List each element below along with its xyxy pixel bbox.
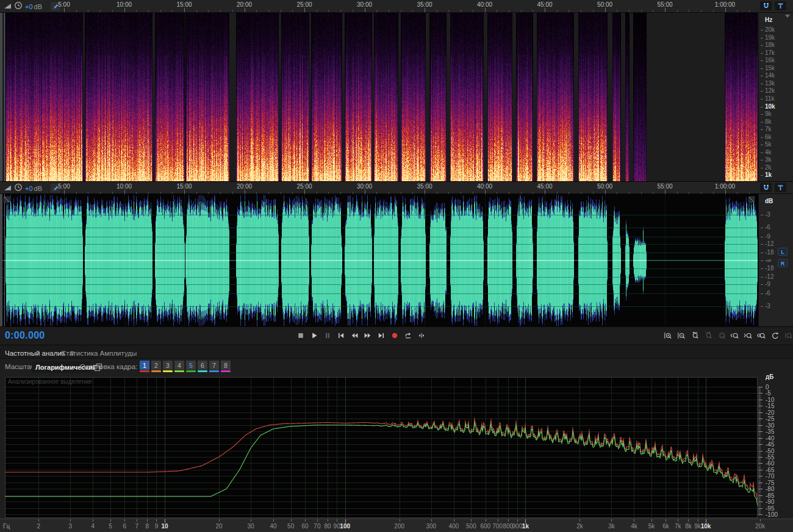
zoom-in-left-button[interactable] [728, 331, 741, 340]
transport-rewind-button[interactable] [348, 330, 361, 341]
ruler-tick [605, 190, 606, 194]
scale-tick [761, 114, 763, 115]
ruler-time-label: 35:00 [417, 183, 432, 190]
transport-play-button[interactable] [307, 330, 320, 341]
frame-hold-7-button[interactable]: 7 [209, 361, 219, 372]
zoom-in-right-button[interactable] [742, 331, 754, 340]
frequency-scale-label: 19k [765, 34, 775, 41]
plot-frequency-label: 8k [685, 523, 692, 530]
transport-skip-to-start-button[interactable] [334, 330, 347, 341]
axis-tick [110, 519, 111, 522]
zoom-out-button[interactable] [675, 331, 687, 340]
reset-zoom-button[interactable] [769, 331, 781, 340]
plot-frequency-label: 80 [324, 523, 331, 530]
frequency-scale-label: 11k [765, 95, 774, 102]
hold-label: Остановка кадра: [80, 363, 137, 370]
frame-hold-5-button[interactable]: 5 [186, 361, 196, 372]
zoom-toolbar [661, 331, 793, 340]
plot-db-label: -90 [766, 498, 774, 505]
axis-tick [219, 519, 220, 522]
plot-frequency-label: 900 [512, 523, 523, 530]
zoom-to-selection-button[interactable] [755, 331, 767, 340]
channel-right-badge[interactable]: R [778, 259, 788, 267]
frame-hold-2-button[interactable]: 2 [151, 361, 161, 372]
ruler-tick [256, 10, 257, 12]
scale-menu-caret[interactable] [785, 15, 790, 18]
ruler-time-label: 35:00 [417, 1, 432, 8]
scale-tick [761, 160, 763, 160]
timeline-ruler[interactable]: 5:0010:0015:0020:0025:0030:0035:0040:004… [2, 182, 758, 195]
frame-hold-1-button[interactable]: 1 [140, 361, 149, 372]
plot-db-label: -15 [766, 403, 774, 409]
scale-tick [761, 268, 763, 269]
frequency-scale-label: 4k [765, 149, 772, 156]
axis-tick [156, 519, 157, 522]
playhead-time-display[interactable]: 0:00.000 [5, 330, 45, 341]
plot-db-label: -25 [766, 415, 774, 422]
transport-record-button[interactable] [388, 330, 401, 341]
channel-left-badge[interactable]: L [778, 248, 788, 256]
snap-magnet-button[interactable] [760, 1, 772, 10]
tab-amplitude-statistics[interactable]: Статистика Амплитуды [61, 348, 137, 359]
plot-frequency-label: 6k [662, 523, 669, 530]
ruler-tick [545, 8, 545, 12]
frequency-scale-strip[interactable]: Hz 20k19k18k17k16k15k14k13k12k11k10k9k8k… [758, 13, 793, 181]
amplitude-scale-strip[interactable]: dB -3-6-9-12-18-∞-18-12-9-6-3 [758, 194, 793, 326]
scale-tick [761, 76, 763, 76]
scale-tick [761, 45, 763, 46]
marker-pin-button[interactable] [775, 183, 786, 192]
scale-tick [761, 91, 763, 92]
ruler-tick [64, 190, 65, 194]
plot-frequency-label: 200 [394, 523, 404, 530]
transport-skip-selection-button[interactable] [415, 330, 428, 341]
axis-tick [400, 519, 400, 522]
frequency-scale-label: 20k [765, 26, 775, 33]
zoom-selection-button[interactable] [688, 331, 700, 340]
ruler-time-label: 20:00 [237, 1, 252, 8]
plot-db-label: 0 [766, 384, 769, 390]
ruler-time-label: 10:00 [117, 183, 132, 190]
ruler-tick [353, 10, 353, 12]
spectrogram-ruler[interactable]: +0dB 5:0010:0015:0020:0025:0030:0035:004… [0, 0, 793, 13]
plot-frequency-label: 50 [287, 523, 294, 530]
plot-frequency-label: 60 [302, 523, 309, 530]
amplitude-scale-label: -6 [765, 290, 770, 297]
snap-magnet-button[interactable] [760, 183, 772, 192]
waveform-ruler[interactable]: +0dB 5:0010:0015:0020:0025:0030:0035:004… [0, 181, 793, 194]
transport-skip-to-end-button[interactable] [375, 330, 387, 341]
plot-frequency-label: 8 [146, 523, 149, 530]
transport-fast-forward-button[interactable] [361, 330, 374, 341]
ruler-time-label: 45:00 [537, 183, 552, 190]
zoom-in-button[interactable] [661, 331, 673, 340]
transport-pause-button[interactable] [321, 330, 334, 341]
ruler-tick [184, 8, 185, 12]
scale-tick [761, 30, 763, 31]
frame-hold-number: 5 [186, 361, 196, 370]
transport-loop-playback-button[interactable] [401, 330, 414, 341]
marker-pin-button[interactable] [775, 1, 786, 10]
plot-db-label: -95 [766, 505, 774, 512]
plot-db-label: -35 [766, 428, 774, 435]
frame-hold-4-button[interactable]: 4 [174, 361, 184, 372]
spectrogram-display[interactable] [2, 13, 758, 181]
ruler-tick [665, 190, 666, 194]
axis-tick [124, 519, 125, 522]
timeline-ruler[interactable]: 5:0010:0015:0020:0025:0030:0035:0040:004… [2, 0, 758, 13]
waveform-display[interactable] [2, 194, 758, 326]
transport-stop-button[interactable] [294, 330, 307, 341]
pan-corner-widget[interactable] [748, 196, 755, 203]
ruler-tick [172, 10, 173, 12]
axis-tick [517, 519, 518, 522]
plot-frequency-label: 40 [270, 523, 276, 530]
frame-hold-number: 4 [174, 361, 184, 370]
frame-hold-8-button[interactable]: 8 [221, 361, 231, 372]
frame-hold-6-button[interactable]: 6 [198, 361, 207, 372]
ruler-tick [689, 10, 689, 12]
frame-hold-3-button[interactable]: 3 [163, 361, 173, 372]
pan-corner-widget[interactable] [4, 196, 10, 203]
plot-db-label: -10 [766, 397, 774, 403]
frequency-analysis-plot[interactable] [0, 375, 793, 519]
ruler-tick [268, 10, 269, 12]
plot-frequency-label: 5k [648, 523, 655, 530]
frequency-scale-label: 13k [765, 80, 775, 87]
